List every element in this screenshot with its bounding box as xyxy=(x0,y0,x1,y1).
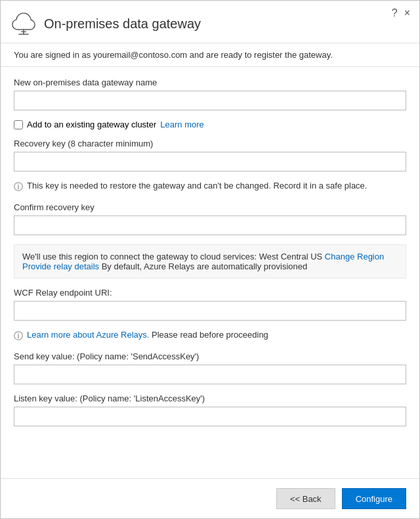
form-content: New on-premises data gateway name Add to… xyxy=(1,67,419,478)
learn-azure-relays-link[interactable]: Learn more about Azure Relays. xyxy=(27,330,149,340)
recovery-key-label: Recovery key (8 character minimum) xyxy=(14,139,406,148)
close-button[interactable]: × xyxy=(404,7,410,19)
add-existing-label: Add to an existing gateway cluster xyxy=(27,120,156,129)
change-region-link[interactable]: Change Region xyxy=(325,252,384,261)
region-text: We'll use this region to connect the gat… xyxy=(22,252,322,261)
gateway-icon xyxy=(11,11,36,36)
learn-more-link[interactable]: Learn more xyxy=(160,120,203,129)
azure-relay-info-text: Learn more about Azure Relays. Please re… xyxy=(27,330,268,340)
wcf-group: WCF Relay endpoint URI: xyxy=(14,288,406,321)
wcf-input[interactable] xyxy=(14,301,406,321)
wcf-label: WCF Relay endpoint URI: xyxy=(14,288,406,298)
configure-button[interactable]: Configure xyxy=(342,488,406,509)
azure-relay-suffix: Please read before proceeding xyxy=(152,330,268,340)
provide-relay-suffix: By default, Azure Relays are automatical… xyxy=(102,261,308,271)
recovery-key-info-text: This key is needed to restore the gatewa… xyxy=(27,181,367,191)
help-button[interactable]: ? xyxy=(392,7,398,19)
footer: << Back Configure xyxy=(1,478,419,518)
recovery-key-input[interactable] xyxy=(14,152,406,171)
listen-key-label: Listen key value: (Policy name: 'ListenA… xyxy=(14,394,406,403)
confirm-recovery-input[interactable] xyxy=(14,215,406,235)
send-key-group: Send key value: (Policy name: 'SendAcces… xyxy=(14,351,406,384)
subtitle-text: You are signed in as youremail@contoso.c… xyxy=(1,43,419,67)
listen-key-input[interactable] xyxy=(14,407,406,426)
send-key-input[interactable] xyxy=(14,365,406,384)
provide-relay-link[interactable]: Provide relay details xyxy=(22,261,99,271)
title-bar: On-premises data gateway xyxy=(1,1,419,43)
info-icon: ⓘ xyxy=(14,181,23,193)
gateway-name-label: New on-premises data gateway name xyxy=(14,78,406,87)
listen-key-group: Listen key value: (Policy name: 'ListenA… xyxy=(14,394,406,426)
recovery-key-info-row: ⓘ This key is needed to restore the gate… xyxy=(14,181,406,193)
dialog-container: ? × On-premises data gateway You are sig… xyxy=(0,0,420,519)
info-icon-2: ⓘ xyxy=(14,330,23,342)
add-existing-row: Add to an existing gateway cluster Learn… xyxy=(14,120,406,129)
gateway-name-input[interactable] xyxy=(14,91,406,110)
azure-relay-info-row: ⓘ Learn more about Azure Relays. Please … xyxy=(14,330,406,342)
window-controls: ? × xyxy=(392,7,410,19)
dialog-title: On-premises data gateway xyxy=(44,16,201,32)
region-section: We'll use this region to connect the gat… xyxy=(14,244,406,279)
gateway-name-group: New on-premises data gateway name xyxy=(14,78,406,110)
send-key-label: Send key value: (Policy name: 'SendAcces… xyxy=(14,351,406,361)
recovery-key-group: Recovery key (8 character minimum) xyxy=(14,139,406,171)
add-existing-checkbox[interactable] xyxy=(14,120,23,129)
back-button[interactable]: << Back xyxy=(276,488,335,509)
confirm-recovery-group: Confirm recovery key xyxy=(14,202,406,235)
confirm-recovery-label: Confirm recovery key xyxy=(14,202,406,212)
